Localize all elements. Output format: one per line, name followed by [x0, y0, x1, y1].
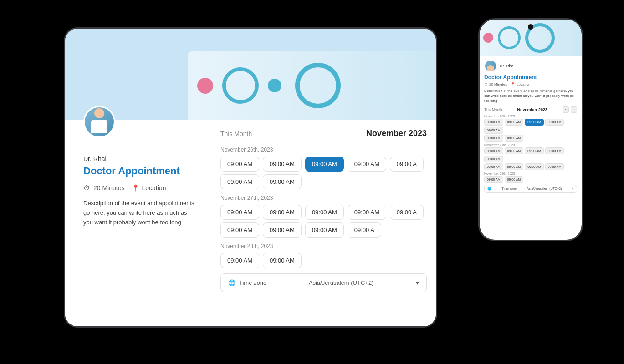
- phone-time-slot[interactable]: 09:00 AM: [484, 119, 503, 126]
- phone-time-slot[interactable]: 09:00 AM: [545, 163, 564, 170]
- phone-globe-icon: 🌐: [487, 187, 491, 191]
- phone-date-section-nov27: November 27th, 2023 09:00 AM 09:00 AM 09…: [484, 143, 577, 170]
- time-slots-nov28: 09:00 AM 09:00 AM: [220, 253, 427, 268]
- time-slot[interactable]: 09:00 AM: [220, 253, 259, 268]
- phone-meta-row: ⏱ 20 Minutes 📍 Location: [484, 82, 577, 86]
- time-slots-nov27-row2: 09:00 AM 09:00 AM 09:00 AM 09:00 A: [220, 222, 427, 238]
- phone-content: Dr. Rhaij Doctor Appointment ⏱ 20 Minute…: [480, 56, 582, 240]
- date-label-nov28: November 28th, 2023: [220, 243, 427, 249]
- phone-date-label-nov26: November 26th, 2023: [484, 115, 577, 118]
- tablet-left-panel: Dr. Rhaij Doctor Appointment ⏱ 20 Minute…: [65, 120, 211, 326]
- phone-time-slots-nov27-row2: 09:00 AM 09:00 AM 09:00 AM 09:00 AM: [484, 163, 577, 170]
- time-slot[interactable]: 09:00 A: [390, 157, 424, 172]
- doctor-name: Dr. Rhaij: [83, 155, 197, 162]
- appointment-title: Doctor Appointment: [83, 165, 197, 177]
- phone-chevron-down-icon: ▾: [572, 187, 574, 191]
- phone-next-button[interactable]: ›: [571, 106, 577, 113]
- medical-hero-image: [188, 51, 436, 120]
- time-slot[interactable]: 09:00 AM: [220, 174, 259, 189]
- phone-duration-label: 20 Minutes: [489, 82, 507, 86]
- time-slot-selected[interactable]: 09:00 AM: [305, 157, 344, 172]
- phone-time-slot[interactable]: 09:00 AM: [484, 176, 503, 183]
- globe-icon: 🌐: [228, 279, 235, 286]
- phone-calendar-header: This Month November 2023 ‹ ›: [484, 106, 577, 113]
- time-slot[interactable]: 09:00 AM: [220, 157, 259, 172]
- pill-blue-decoration: [268, 79, 281, 92]
- phone-timezone-label: Time zone: [502, 187, 517, 190]
- phone-time-slot[interactable]: 09:00 AM: [545, 147, 564, 154]
- doctor-figure: [89, 108, 110, 136]
- time-slot[interactable]: 09:00 AM: [348, 205, 386, 220]
- time-slot[interactable]: 09:00 AM: [220, 222, 259, 238]
- doctor-head: [94, 108, 104, 118]
- time-slot[interactable]: 09:00 AM: [348, 157, 386, 172]
- phone-time-slots-nov26-row2: 09:00 AM 09:00 AM: [484, 135, 577, 142]
- time-slot[interactable]: 09:00 AM: [220, 205, 259, 220]
- phone-this-month-label: This Month: [484, 107, 502, 111]
- time-slot[interactable]: 09:00 A: [348, 222, 381, 238]
- phone-duration-meta: ⏱ 20 Minutes: [484, 82, 507, 86]
- time-slots-nov26-row2: 09:00 AM 09:00 AM: [220, 174, 427, 189]
- doctor-body: [91, 120, 107, 133]
- time-slots-nov27-row1: 09:00 AM 09:00 AM 09:00 AM 09:00 AM 09:0…: [220, 205, 427, 220]
- tablet-right-panel: This Month November 2023 November 26th, …: [211, 120, 436, 326]
- phone-time-slot[interactable]: 09:00 AM: [484, 156, 503, 162]
- phone-timezone-value: Asia/Jerusalem (UTC+2): [527, 187, 562, 190]
- tablet-main-content: Dr. Rhaij Doctor Appointment ⏱ 20 Minute…: [65, 120, 436, 326]
- phone-time-slot[interactable]: 09:00 AM: [505, 176, 524, 183]
- phone-time-slots-nov26: 09:00 AM 09:00 AM 09:00 AM 09:00 AM 09:0…: [484, 119, 577, 134]
- phone-location-label: Location: [517, 82, 530, 86]
- phone-time-slot[interactable]: 09:00 AM: [505, 135, 524, 142]
- clock-icon: ⏱: [83, 184, 91, 192]
- phone-time-slot[interactable]: 09:00 AM: [484, 127, 503, 134]
- time-slot[interactable]: 09:00 AM: [305, 205, 344, 220]
- tablet-screen: Dr. Rhaij Doctor Appointment ⏱ 20 Minute…: [65, 29, 436, 326]
- time-slot[interactable]: 09:00 AM: [263, 205, 302, 220]
- stethoscope-large-decoration: [295, 63, 341, 108]
- time-slot[interactable]: 09:00 AM: [263, 222, 302, 238]
- time-slot[interactable]: 09:00 AM: [263, 253, 302, 268]
- pill-pink-decoration: [197, 78, 213, 94]
- time-slot[interactable]: 09:00 AM: [305, 222, 344, 238]
- phone-time-slot[interactable]: 09:00 AM: [505, 163, 524, 170]
- phone-calendar-nav: ‹ ›: [563, 106, 577, 113]
- stethoscope-decoration: [222, 67, 259, 104]
- phone-time-slot[interactable]: 09:00 AM: [484, 135, 503, 142]
- phone-time-slot-selected[interactable]: 09:00 AM: [525, 119, 544, 126]
- phone-time-slot[interactable]: 09:00 AM: [484, 163, 503, 170]
- phone-timezone-bar[interactable]: 🌐 Time zone Asia/Jerusalem (UTC+2) ▾: [484, 185, 577, 193]
- phone-date-section-nov28: November 28th, 2023 09:00 AM 09:00 AM: [484, 172, 577, 183]
- phone-time-slot[interactable]: 09:00 AM: [484, 147, 503, 154]
- time-slot[interactable]: 09:00 AM: [263, 157, 302, 172]
- location-meta: 📍 Location: [132, 184, 166, 192]
- phone-avatar-row: Dr. Rhaij: [484, 60, 577, 72]
- timezone-bar[interactable]: 🌐 Time zone Asia/Jerusalem (UTC+2) ▾: [220, 273, 427, 292]
- timezone-value: Asia/Jerusalem (UTC+2): [309, 279, 374, 286]
- phone-time-slot[interactable]: 09:00 AM: [505, 147, 524, 154]
- tablet-device: Dr. Rhaij Doctor Appointment ⏱ 20 Minute…: [64, 27, 437, 328]
- phone-screen: Dr. Rhaij Doctor Appointment ⏱ 20 Minute…: [480, 20, 582, 240]
- phone-time-slot[interactable]: 09:00 AM: [525, 147, 544, 154]
- phone-clock-icon: ⏱: [484, 82, 488, 86]
- phone-time-slot[interactable]: 09:00 AM: [525, 163, 544, 170]
- phone-date-label-nov28: November 28th, 2023: [484, 172, 577, 175]
- phone-time-slots-nov27: 09:00 AM 09:00 AM 09:00 AM 09:00 AM 09:0…: [484, 147, 577, 162]
- phone-time-slot[interactable]: 09:00 AM: [545, 119, 564, 126]
- phone-stethoscope-decoration: [498, 26, 521, 49]
- phone-pill-decoration: [483, 33, 493, 43]
- description: Description of the event and appointment…: [83, 199, 197, 227]
- date-section-nov26: November 26th, 2023 09:00 AM 09:00 AM 09…: [220, 147, 427, 189]
- phone-device: Dr. Rhaij Doctor Appointment ⏱ 20 Minute…: [478, 18, 583, 241]
- timezone-left: 🌐 Time zone: [228, 279, 266, 286]
- meta-info-row: ⏱ 20 Minutes 📍 Location: [83, 184, 197, 192]
- phone-prev-button[interactable]: ‹: [563, 106, 569, 113]
- date-label-nov26: November 26th, 2023: [220, 147, 427, 153]
- duration-meta: ⏱ 20 Minutes: [83, 184, 124, 192]
- time-slot[interactable]: 09:00 AM: [263, 174, 302, 189]
- chevron-down-icon: ▾: [416, 279, 419, 286]
- phone-doctor-name: Dr. Rhaij: [500, 64, 516, 68]
- phone-time-slot[interactable]: 09:00 AM: [505, 119, 524, 126]
- phone-appointment-title: Doctor Appointment: [484, 74, 577, 81]
- date-section-nov27: November 27th, 2023 09:00 AM 09:00 AM 09…: [220, 195, 427, 238]
- time-slot[interactable]: 09:00 A: [390, 205, 424, 220]
